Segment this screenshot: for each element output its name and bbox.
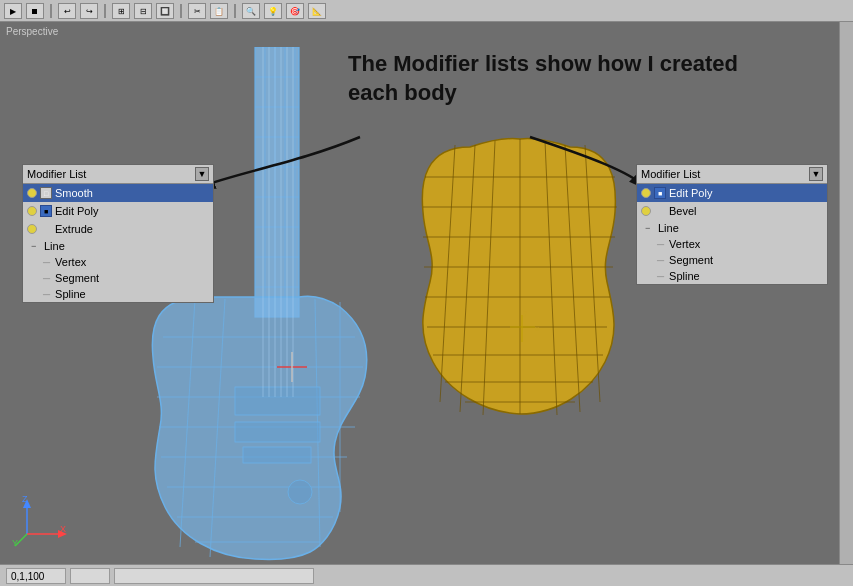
- modifier-row-bevel-right[interactable]: Bevel: [637, 202, 827, 220]
- edit-poly-icon: ■: [40, 205, 52, 217]
- tree-vertex-left[interactable]: ─ Vertex: [23, 254, 213, 270]
- modifier-row-edit-poly-right[interactable]: ■ Edit Poly: [637, 184, 827, 202]
- statusbar: 0,1,100: [0, 564, 853, 586]
- modifier-panel-left[interactable]: Modifier List ▼ □ Smooth ■ Edit Poly Ext…: [22, 164, 214, 303]
- toolbar-btn-6[interactable]: ⊟: [134, 3, 152, 19]
- tree-vertex-label-left: Vertex: [55, 256, 86, 268]
- bevel-bulb-right: [641, 206, 651, 216]
- blue-guitar-svg: [145, 47, 415, 567]
- toolbar-btn-11[interactable]: 💡: [264, 3, 282, 19]
- tree-spline-label-left: Spline: [55, 288, 86, 300]
- status-coords: 0,1,100: [6, 568, 66, 584]
- toolbar-btn-7[interactable]: 🔲: [156, 3, 174, 19]
- edit-poly-label: Edit Poly: [55, 205, 98, 217]
- tree-segment-label-right: Segment: [669, 254, 713, 266]
- svg-text:Z: Z: [22, 494, 28, 504]
- svg-text:x: x: [535, 324, 539, 333]
- edit-poly-bulb: [27, 206, 37, 216]
- toolbar-btn-1[interactable]: ▶: [4, 3, 22, 19]
- tree-segment-label-left: Segment: [55, 272, 99, 284]
- perspective-label: Perspective: [6, 26, 58, 37]
- tree-dash-vertex-right: ─: [657, 239, 664, 250]
- toolbar-btn-9[interactable]: 📋: [210, 3, 228, 19]
- tree-spline-left[interactable]: ─ Spline: [23, 286, 213, 302]
- smooth-label: Smooth: [55, 187, 93, 199]
- modifier-panel-left-dropdown[interactable]: ▼: [195, 167, 209, 181]
- edit-poly-icon-right: ■: [654, 187, 666, 199]
- tree-line-right[interactable]: − Line: [637, 220, 827, 236]
- tree-dash-spline-right: ─: [657, 271, 664, 282]
- tree-expand-right: −: [645, 223, 655, 233]
- smooth-bulb: [27, 188, 37, 198]
- extrude-label: Extrude: [55, 223, 93, 235]
- modifier-row-smooth[interactable]: □ Smooth: [23, 184, 213, 202]
- extrude-bulb: [27, 224, 37, 234]
- svg-rect-27: [243, 447, 311, 463]
- tree-dash-vertex-left: ─: [43, 257, 50, 268]
- modifier-row-edit-poly[interactable]: ■ Edit Poly: [23, 202, 213, 220]
- svg-rect-25: [235, 387, 320, 415]
- toolbar-sep-2: [104, 4, 106, 18]
- tree-dash-segment-left: ─: [43, 273, 50, 284]
- toolbar-sep-4: [234, 4, 236, 18]
- tree-expand-left: −: [31, 241, 41, 251]
- svg-point-28: [288, 480, 312, 504]
- viewport: Perspective: [0, 22, 853, 586]
- svg-rect-26: [235, 422, 320, 442]
- tree-vertex-right[interactable]: ─ Vertex: [637, 236, 827, 252]
- status-field-2: [70, 568, 110, 584]
- toolbar-btn-3[interactable]: ↩: [58, 3, 76, 19]
- tree-dash-segment-right: ─: [657, 255, 664, 266]
- tree-spline-label-right: Spline: [669, 270, 700, 282]
- edit-poly-bulb-right: [641, 188, 651, 198]
- tree-line-label-left: Line: [44, 240, 65, 252]
- right-border-strip: [839, 22, 853, 586]
- modifier-panel-left-header: Modifier List ▼: [23, 165, 213, 184]
- axis-indicator: Z X Y: [12, 494, 67, 551]
- tree-segment-right[interactable]: ─ Segment: [637, 252, 827, 268]
- gold-guitar-svg: x y: [415, 127, 625, 557]
- modifier-row-extrude[interactable]: Extrude: [23, 220, 213, 238]
- toolbar-sep-3: [180, 4, 182, 18]
- toolbar-btn-13[interactable]: 📐: [308, 3, 326, 19]
- toolbar[interactable]: ▶ ⏹ ↩ ↪ ⊞ ⊟ 🔲 ✂ 📋 🔍 💡 🎯 📐: [0, 0, 853, 22]
- toolbar-btn-4[interactable]: ↪: [80, 3, 98, 19]
- bevel-label-right: Bevel: [669, 205, 697, 217]
- tree-segment-left[interactable]: ─ Segment: [23, 270, 213, 286]
- toolbar-btn-5[interactable]: ⊞: [112, 3, 130, 19]
- svg-text:Y: Y: [12, 538, 18, 548]
- tree-line-left[interactable]: − Line: [23, 238, 213, 254]
- modifier-panel-left-title: Modifier List: [27, 168, 191, 180]
- tree-spline-right[interactable]: ─ Spline: [637, 268, 827, 284]
- edit-poly-label-right: Edit Poly: [669, 187, 712, 199]
- tree-dash-spline-left: ─: [43, 289, 50, 300]
- tree-vertex-label-right: Vertex: [669, 238, 700, 250]
- toolbar-btn-10[interactable]: 🔍: [242, 3, 260, 19]
- toolbar-btn-2[interactable]: ⏹: [26, 3, 44, 19]
- toolbar-sep-1: [50, 4, 52, 18]
- status-field-3: [114, 568, 314, 584]
- svg-text:y: y: [523, 308, 527, 317]
- modifier-panel-right[interactable]: Modifier List ▼ ■ Edit Poly Bevel − Line…: [636, 164, 828, 285]
- modifier-panel-right-header: Modifier List ▼: [637, 165, 827, 184]
- modifier-panel-right-dropdown[interactable]: ▼: [809, 167, 823, 181]
- tree-line-label-right: Line: [658, 222, 679, 234]
- toolbar-btn-8[interactable]: ✂: [188, 3, 206, 19]
- svg-rect-0: [255, 47, 299, 317]
- modifier-panel-right-title: Modifier List: [641, 168, 805, 180]
- smooth-icon: □: [40, 187, 52, 199]
- svg-text:X: X: [60, 524, 66, 534]
- toolbar-btn-12[interactable]: 🎯: [286, 3, 304, 19]
